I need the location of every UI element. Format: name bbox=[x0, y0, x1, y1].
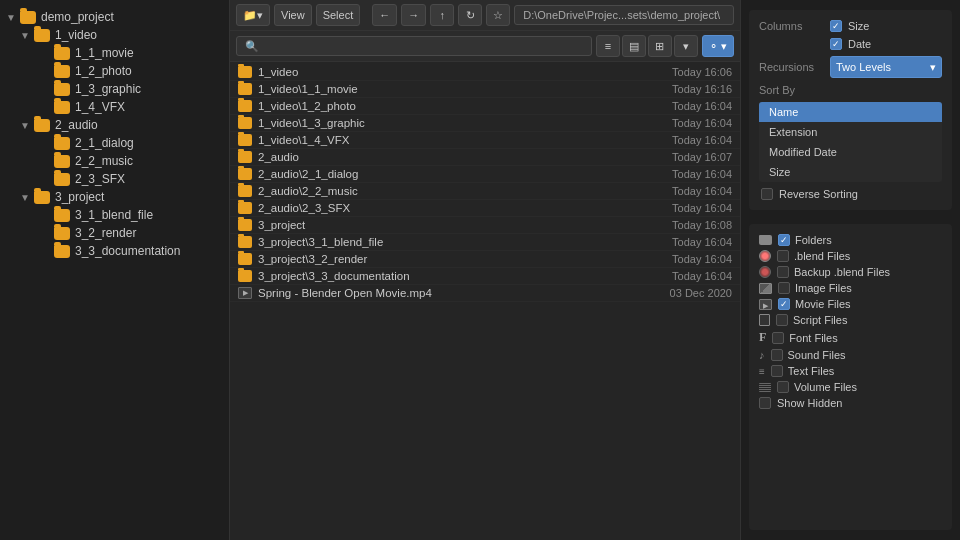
recursions-dropdown[interactable]: Two Levels ▾ bbox=[830, 56, 942, 78]
sort-option-size[interactable]: Size bbox=[759, 162, 942, 182]
tree-item-2_2_music[interactable]: 2_2_music bbox=[0, 152, 229, 170]
tree-root-item[interactable]: ▼ demo_project bbox=[0, 8, 229, 26]
file-name: 2_audio\2_2_music bbox=[258, 185, 642, 197]
file-type-checkbox-script[interactable] bbox=[776, 314, 788, 326]
folder-icon-3_3_documentation bbox=[54, 245, 70, 258]
folder-icon-2_1_dialog bbox=[54, 137, 70, 150]
file-row[interactable]: 2_audio Today 16:07 bbox=[230, 149, 740, 166]
folder-icon-2_2_music bbox=[54, 155, 70, 168]
size-checkbox[interactable]: ✓ bbox=[830, 20, 842, 32]
folder-icon-file bbox=[238, 134, 252, 146]
folder-icon-1_3_graphic bbox=[54, 83, 70, 96]
tree-item-2_audio[interactable]: ▼ 2_audio bbox=[0, 116, 229, 134]
folder-icon-file bbox=[238, 151, 252, 163]
file-row[interactable]: 3_project Today 16:08 bbox=[230, 217, 740, 234]
file-date: Today 16:04 bbox=[642, 117, 732, 129]
folder-icon-2_audio bbox=[34, 119, 50, 132]
file-row[interactable]: 1_video\1_3_graphic Today 16:04 bbox=[230, 115, 740, 132]
tree-item-2_1_dialog[interactable]: 2_1_dialog bbox=[0, 134, 229, 152]
recursions-arrow-icon: ▾ bbox=[930, 61, 936, 74]
recursions-label: Recursions bbox=[759, 61, 824, 73]
filter-button[interactable]: ⚬ ▾ bbox=[702, 35, 734, 57]
file-type-row-movie: ▶✓Movie Files bbox=[759, 298, 942, 310]
tree-item-2_3_SFX[interactable]: 2_3_SFX bbox=[0, 170, 229, 188]
sort-option-name[interactable]: Name bbox=[759, 102, 942, 122]
file-name: 2_audio\2_3_SFX bbox=[258, 202, 642, 214]
forward-button[interactable]: → bbox=[401, 4, 426, 26]
tree-arrow-3_project: ▼ bbox=[20, 192, 34, 203]
sort-option-extension[interactable]: Extension bbox=[759, 122, 942, 142]
tree-item-1_2_photo[interactable]: 1_2_photo bbox=[0, 62, 229, 80]
file-date: Today 16:04 bbox=[642, 134, 732, 146]
tree-item-1_4_VFX[interactable]: 1_4_VFX bbox=[0, 98, 229, 116]
file-type-row-folder: ✓Folders bbox=[759, 234, 942, 246]
file-type-checkbox-text[interactable] bbox=[771, 365, 783, 377]
view-toggle-buttons: ≡ ▤ ⊞ ▾ bbox=[596, 35, 698, 57]
view-more-button[interactable]: ▾ bbox=[674, 35, 698, 57]
path-bar[interactable]: D:\OneDrive\Projec...sets\demo_project\ bbox=[514, 5, 734, 25]
file-row[interactable]: 1_video\1_1_movie Today 16:16 bbox=[230, 81, 740, 98]
file-row[interactable]: 3_project\3_1_blend_file Today 16:04 bbox=[230, 234, 740, 251]
date-checkbox-row: ✓ Date bbox=[759, 38, 942, 50]
file-name: 3_project\3_1_blend_file bbox=[258, 236, 642, 248]
file-row[interactable]: 2_audio\2_1_dialog Today 16:04 bbox=[230, 166, 740, 183]
file-type-checkbox-blender[interactable] bbox=[777, 250, 789, 262]
tree-label-3_2_render: 3_2_render bbox=[75, 226, 136, 240]
tree-item-3_2_render[interactable]: 3_2_render bbox=[0, 224, 229, 242]
file-row[interactable]: 1_video Today 16:06 bbox=[230, 64, 740, 81]
file-name: 1_video\1_4_VFX bbox=[258, 134, 642, 146]
reverse-sorting-checkbox[interactable] bbox=[761, 188, 773, 200]
columns-row: Columns ✓ Size bbox=[759, 20, 942, 32]
date-checkbox[interactable]: ✓ bbox=[830, 38, 842, 50]
select-button[interactable]: Select bbox=[316, 4, 361, 26]
file-type-checkbox-folder[interactable]: ✓ bbox=[778, 234, 790, 246]
list-view-button[interactable]: ≡ bbox=[596, 35, 620, 57]
folder-icon-file bbox=[238, 117, 252, 129]
file-type-label-blender-backup: Backup .blend Files bbox=[794, 266, 890, 278]
tree-item-3_3_documentation[interactable]: 3_3_documentation bbox=[0, 242, 229, 260]
file-row[interactable]: 2_audio\2_3_SFX Today 16:04 bbox=[230, 200, 740, 217]
folder-icon-root bbox=[20, 11, 36, 24]
file-type-checkbox-blender-backup[interactable] bbox=[777, 266, 789, 278]
up-button[interactable]: ↑ bbox=[430, 4, 454, 26]
folder-icon-file bbox=[238, 253, 252, 265]
sort-option-modified-date[interactable]: Modified Date bbox=[759, 142, 942, 162]
search-input[interactable] bbox=[236, 36, 592, 56]
file-row[interactable]: 3_project\3_3_documentation Today 16:04 bbox=[230, 268, 740, 285]
file-type-row-image: Image Files bbox=[759, 282, 942, 294]
file-row[interactable]: 1_video\1_2_photo Today 16:04 bbox=[230, 98, 740, 115]
file-type-checkbox-volume[interactable] bbox=[777, 381, 789, 393]
file-type-label-blender: .blend Files bbox=[794, 250, 850, 262]
reverse-sorting-label: Reverse Sorting bbox=[779, 188, 858, 200]
detail-view-button[interactable]: ▤ bbox=[622, 35, 646, 57]
file-types-list: ✓Folders.blend FilesBackup .blend FilesI… bbox=[759, 234, 942, 393]
file-row[interactable]: 3_project\3_2_render Today 16:04 bbox=[230, 251, 740, 268]
back-button[interactable]: ← bbox=[372, 4, 397, 26]
tree-item-3_1_blend_file[interactable]: 3_1_blend_file bbox=[0, 206, 229, 224]
view-dropdown-button[interactable]: 📁▾ bbox=[236, 4, 270, 26]
file-type-checkbox-movie[interactable]: ✓ bbox=[778, 298, 790, 310]
refresh-button[interactable]: ↻ bbox=[458, 4, 482, 26]
tree-item-1_1_movie[interactable]: 1_1_movie bbox=[0, 44, 229, 62]
tree-item-1_3_graphic[interactable]: 1_3_graphic bbox=[0, 80, 229, 98]
file-browser-panel: 📁▾ View Select ← → ↑ ↻ ☆ D:\OneDrive\Pro… bbox=[230, 0, 740, 540]
view-button[interactable]: View bbox=[274, 4, 312, 26]
grid-view-button[interactable]: ⊞ bbox=[648, 35, 672, 57]
tree-label-2_2_music: 2_2_music bbox=[75, 154, 133, 168]
file-type-checkbox-image[interactable] bbox=[778, 282, 790, 294]
file-type-label-movie: Movie Files bbox=[795, 298, 851, 310]
tree-item-1_video[interactable]: ▼ 1_video bbox=[0, 26, 229, 44]
tree-item-3_project[interactable]: ▼ 3_project bbox=[0, 188, 229, 206]
file-row[interactable]: 2_audio\2_2_music Today 16:04 bbox=[230, 183, 740, 200]
tree-label-2_audio: 2_audio bbox=[55, 118, 98, 132]
bookmark-button[interactable]: ☆ bbox=[486, 4, 510, 26]
file-row[interactable]: 1_video\1_4_VFX Today 16:04 bbox=[230, 132, 740, 149]
file-type-checkbox-font[interactable] bbox=[772, 332, 784, 344]
file-row[interactable]: ▶ Spring - Blender Open Movie.mp4 03 Dec… bbox=[230, 285, 740, 302]
show-hidden-checkbox[interactable] bbox=[759, 397, 771, 409]
file-type-row-blender-backup: Backup .blend Files bbox=[759, 266, 942, 278]
file-date: Today 16:04 bbox=[642, 185, 732, 197]
file-type-checkbox-sound[interactable] bbox=[771, 349, 783, 361]
file-date: Today 16:04 bbox=[642, 168, 732, 180]
folder-icon-file bbox=[238, 185, 252, 197]
